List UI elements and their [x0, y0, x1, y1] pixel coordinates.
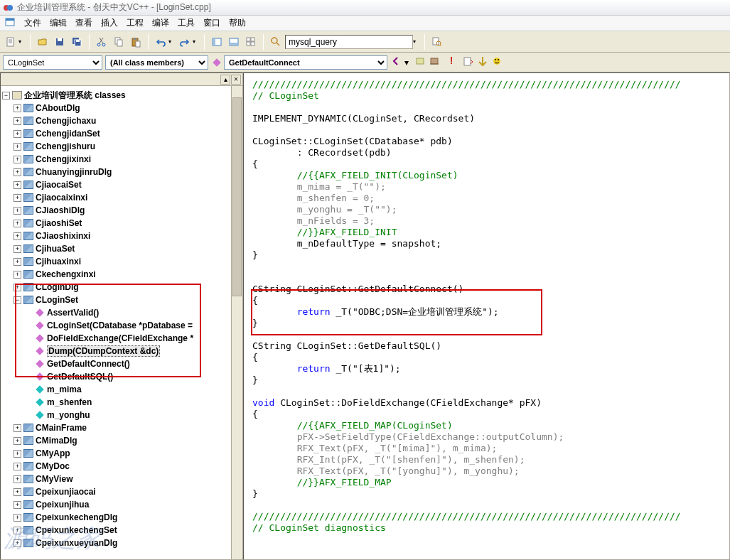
open-icon[interactable]	[35, 34, 50, 50]
menu-file[interactable]: 文件	[20, 17, 45, 29]
tree-row[interactable]: +CpeixunkechengDlg	[2, 511, 241, 524]
member-dropdown[interactable]: GetDefaultConnect	[224, 55, 387, 70]
find-in-files-icon[interactable]	[429, 34, 445, 50]
tree-toggle-icon[interactable]: +	[14, 488, 21, 496]
tree-toggle-icon[interactable]: +	[14, 258, 21, 266]
tree-row[interactable]: −企业培训管理系统 classes	[2, 89, 241, 102]
class-dropdown[interactable]: CLoginSet	[3, 55, 102, 70]
tree-row[interactable]: GetDefaultSQL()	[2, 370, 241, 383]
build-icon[interactable]	[429, 55, 440, 69]
tree-row[interactable]: +CpeixunxueyuanDlg	[2, 537, 241, 549]
tree-toggle-icon[interactable]: −	[2, 92, 10, 99]
tree-row[interactable]: m_yonghu	[2, 409, 241, 421]
nav-back-icon[interactable]	[390, 55, 402, 69]
new-dropdown-icon[interactable]: ▾	[18, 38, 26, 45]
code-editor[interactable]: ////////////////////////////////////////…	[244, 73, 729, 539]
tree-row[interactable]: m_shenfen	[2, 396, 241, 409]
tree-toggle-icon[interactable]: +	[14, 437, 21, 445]
tree-toggle-icon[interactable]: +	[14, 143, 21, 151]
tree-row[interactable]: CLoginSet(CDatabase *pDatabase =	[2, 319, 241, 332]
tree-toggle-icon[interactable]: −	[14, 296, 21, 304]
tree-toggle-icon[interactable]: +	[14, 181, 21, 189]
workspace-icon[interactable]	[209, 34, 225, 50]
tree-toggle-icon[interactable]: +	[14, 463, 21, 470]
tree-row[interactable]: +ChuanyingjinruDlg	[2, 166, 241, 178]
tree-row[interactable]: +Ckechengxinxi	[2, 268, 241, 281]
tree-toggle-icon[interactable]: +	[14, 539, 21, 547]
tree-row[interactable]: +CMyDoc	[2, 460, 241, 473]
tree-toggle-icon[interactable]: +	[14, 232, 21, 240]
tree-scrollbar[interactable]	[231, 86, 242, 559]
tree-row[interactable]: +CMyView	[2, 473, 241, 485]
menu-build[interactable]: 编译	[148, 17, 173, 29]
tree-toggle-icon[interactable]: +	[14, 156, 21, 163]
menu-insert[interactable]: 插入	[97, 17, 122, 29]
tree-row[interactable]: +CpeixunkechengSet	[2, 524, 241, 537]
menu-tools[interactable]: 工具	[173, 17, 199, 29]
execute-icon[interactable]	[463, 55, 474, 69]
tree-toggle-icon[interactable]: +	[14, 168, 21, 176]
redo-icon[interactable]	[177, 34, 193, 50]
tree-toggle-icon[interactable]: +	[14, 130, 21, 138]
tree-row[interactable]: +CJiaoshiDlg	[2, 204, 241, 217]
system-menu-icon[interactable]	[4, 16, 16, 30]
tree-toggle-icon[interactable]: +	[14, 207, 21, 215]
search-dropdown-icon[interactable]: ▾	[413, 38, 420, 45]
tree-row[interactable]: +Cchengjichaxu	[2, 114, 241, 127]
tree-row[interactable]: +CjiaocaiSet	[2, 178, 241, 191]
search-input[interactable]	[285, 35, 413, 49]
save-all-icon[interactable]	[69, 34, 85, 50]
tree-row[interactable]: +CMyApp	[2, 447, 241, 460]
undo-icon[interactable]	[153, 34, 168, 50]
tree-toggle-icon[interactable]: +	[14, 245, 21, 253]
panel-float-icon[interactable]: ▴	[220, 75, 230, 85]
tree-row[interactable]: +Cchengjishuru	[2, 140, 241, 153]
copy-icon[interactable]	[111, 34, 127, 50]
tree-row[interactable]: +Cpeixunjiaocai	[2, 485, 241, 498]
undo-dropdown-icon[interactable]: ▾	[168, 38, 176, 45]
tree-row[interactable]: Dump(CDumpContext &dc)	[2, 345, 241, 357]
tree-row[interactable]: +CjiaoshiSet	[2, 217, 241, 230]
tree-row[interactable]: m_mima	[2, 383, 241, 396]
new-text-icon[interactable]	[3, 34, 18, 50]
menu-view[interactable]: 查看	[71, 17, 97, 29]
breakpoint-icon[interactable]	[491, 55, 503, 69]
tree-toggle-icon[interactable]: +	[14, 220, 21, 227]
menu-help[interactable]: 帮助	[225, 17, 250, 29]
tree-row[interactable]: +CMimaDlg	[2, 434, 241, 447]
tree-toggle-icon[interactable]: +	[14, 514, 21, 522]
tree-row[interactable]: +Cchengjixinxi	[2, 153, 241, 166]
window-list-icon[interactable]	[243, 34, 259, 50]
menu-window[interactable]: 窗口	[199, 17, 225, 29]
tree-toggle-icon[interactable]: +	[14, 194, 21, 202]
tree-toggle-icon[interactable]: +	[14, 104, 21, 112]
tree-toggle-icon[interactable]: +	[14, 475, 21, 483]
cut-icon[interactable]	[94, 34, 109, 50]
tree-row[interactable]: +CMainFrame	[2, 421, 241, 434]
compile-icon[interactable]	[414, 55, 426, 69]
tree-toggle-icon[interactable]: +	[14, 450, 21, 458]
tree-row[interactable]: GetDefaultConnect()	[2, 357, 241, 370]
redo-dropdown-icon[interactable]: ▾	[193, 38, 200, 45]
tree-row[interactable]: +CLoginDlg	[2, 281, 241, 294]
stop-build-icon[interactable]: !	[446, 55, 457, 69]
tree-row[interactable]: +CjihuaSet	[2, 242, 241, 255]
tree-row[interactable]: +Cjihuaxinxi	[2, 255, 241, 268]
tree-row[interactable]: +Cpeixunjihua	[2, 498, 241, 511]
tree-row[interactable]: +CAboutDlg	[2, 102, 241, 114]
tree-row[interactable]: +CJiaoshixinxi	[2, 230, 241, 242]
tree-toggle-icon[interactable]: +	[14, 284, 21, 291]
tree-toggle-icon[interactable]: +	[14, 271, 21, 279]
tree-row[interactable]: +Cjiaocaixinxi	[2, 191, 241, 204]
nav-dropdown-icon[interactable]: ▾	[404, 58, 409, 68]
output-icon[interactable]	[226, 34, 242, 50]
menu-edit[interactable]: 编辑	[45, 17, 71, 29]
tree-row[interactable]: −CLoginSet	[2, 294, 241, 306]
tree-toggle-icon[interactable]: +	[14, 424, 21, 432]
find-icon[interactable]	[268, 34, 284, 50]
tree-row[interactable]: AssertValid()	[2, 306, 241, 319]
tree-row[interactable]: DoFieldExchange(CFieldExchange *	[2, 332, 241, 345]
tree-toggle-icon[interactable]: +	[14, 527, 21, 534]
save-icon[interactable]	[52, 34, 68, 50]
class-tree[interactable]: −企业培训管理系统 classes+CAboutDlg+Cchengjichax…	[1, 86, 242, 559]
